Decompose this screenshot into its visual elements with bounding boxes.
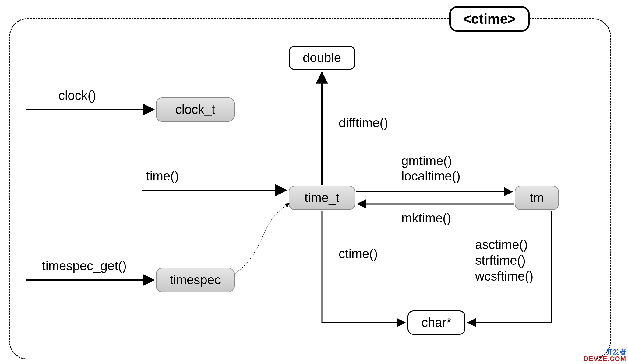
label-asctime: asctime() [475, 237, 528, 252]
label-ctime: ctime() [339, 247, 378, 261]
watermark-line2: DEVZE.COM [584, 355, 626, 362]
label-mktime: mktime() [401, 211, 451, 226]
label-timespec_get: timespec_get() [42, 259, 127, 273]
label-gmtime: gmtime() [401, 154, 452, 168]
label-localtime: localtime() [401, 169, 460, 184]
node-timespec: timespec [156, 268, 235, 292]
node-tm: tm [515, 186, 559, 210]
watermark: 开发者 DEVZE.COM [584, 349, 626, 362]
diagram-title: <ctime> [449, 6, 530, 32]
node-clock_t: clock_t [156, 97, 235, 122]
label-time: time() [146, 169, 179, 184]
label-wcsftime: wcsftime() [475, 269, 533, 284]
node-char: char* [407, 310, 465, 335]
node-time_t: time_t [289, 186, 355, 210]
node-double: double [289, 46, 355, 70]
label-difftime: difftime() [339, 116, 388, 130]
diagram-canvas: <ctime> clock_t timespec double time_t t… [0, 0, 628, 364]
label-strftime: strftime() [475, 253, 526, 268]
label-clock: clock() [58, 88, 96, 103]
watermark-line1: 开发者 [584, 349, 626, 355]
